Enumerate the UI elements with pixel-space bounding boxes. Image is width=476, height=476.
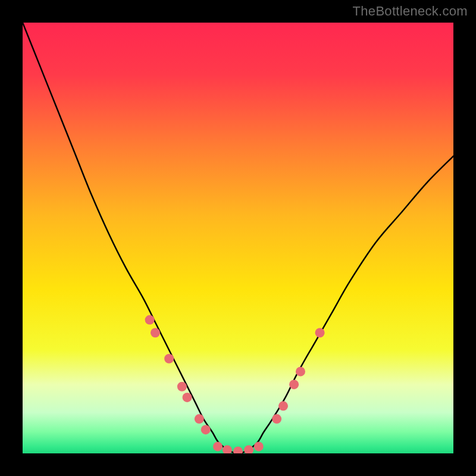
curve-layer xyxy=(23,23,453,453)
curve-marker xyxy=(289,380,299,389)
curve-marker xyxy=(201,425,211,434)
curve-marker xyxy=(278,401,288,411)
curve-marker xyxy=(272,414,281,424)
bottleneck-curve xyxy=(23,23,453,453)
curve-marker xyxy=(296,367,305,376)
curve-marker xyxy=(177,382,187,392)
curve-markers xyxy=(145,315,325,453)
curve-marker xyxy=(195,414,204,424)
curve-marker xyxy=(233,446,243,453)
curve-marker xyxy=(213,441,223,451)
curve-marker xyxy=(164,354,174,364)
watermark-text: TheBottleneck.com xyxy=(353,4,468,19)
curve-marker xyxy=(315,328,325,337)
curve-marker xyxy=(145,315,155,325)
chart-stage: TheBottleneck.com xyxy=(0,0,476,476)
plot-area xyxy=(23,23,453,453)
curve-marker xyxy=(254,441,264,451)
curve-marker xyxy=(151,328,160,337)
curve-marker xyxy=(183,393,192,402)
